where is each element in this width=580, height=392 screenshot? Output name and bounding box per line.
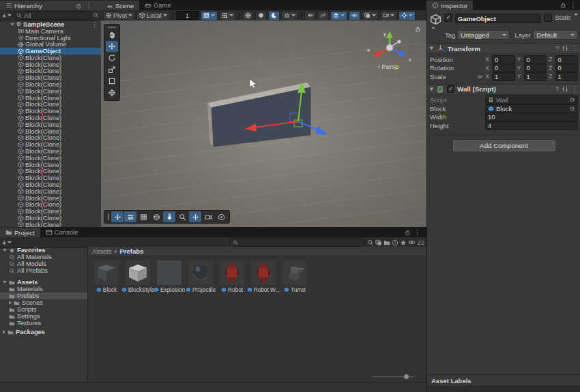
tree-favorites[interactable]: Favorites [0, 247, 87, 254]
tree-prefabs[interactable]: Prefabs [0, 292, 87, 299]
static-checkbox[interactable] [544, 14, 552, 22]
hierarchy-row-block-clone[interactable]: Block(Clone) [0, 74, 101, 81]
tree-all-prefabs[interactable]: All Prefabs [0, 267, 87, 274]
help-icon[interactable]: ? [555, 45, 559, 52]
pan-tool[interactable] [189, 211, 201, 222]
transform-header[interactable]: Transform ? ⋮ [427, 43, 580, 54]
capture-button[interactable] [202, 211, 214, 222]
search-by-package-icon[interactable] [375, 239, 382, 246]
persp-label[interactable]: ‹ Persp [358, 63, 418, 70]
kebab-menu-icon[interactable]: ⋮ [91, 21, 101, 28]
overlay-drag-handle[interactable] [108, 27, 116, 28]
tab-game[interactable]: Game [139, 0, 177, 10]
tree-all-materials[interactable]: All Materials [0, 254, 87, 260]
search-filter-icon[interactable] [93, 12, 99, 18]
add-component-button[interactable]: Add Component [453, 140, 555, 151]
block-field[interactable]: Block [485, 104, 578, 113]
script-field[interactable]: Wall [485, 95, 578, 104]
orientation-gizmo[interactable]: yxz ‹ Persp [358, 22, 424, 74]
hierarchy-row-block-clone[interactable]: Block(Clone) [0, 102, 101, 108]
gizmos-dropdown[interactable] [398, 11, 416, 20]
scale-x-field[interactable]: 1 [492, 72, 514, 81]
foldout-caret[interactable] [9, 301, 12, 305]
create-button[interactable]: + [2, 12, 6, 19]
compass-button[interactable] [215, 211, 227, 222]
object-picker-icon[interactable] [569, 106, 575, 112]
static-dropdown-caret[interactable] [574, 14, 578, 16]
hierarchy-row-block-clone[interactable]: Block(Clone) [0, 175, 101, 181]
thumbnail-size-slider[interactable] [372, 376, 414, 377]
component-enabled-checkbox[interactable]: ✓ [447, 85, 454, 93]
rotate-tool[interactable] [106, 52, 118, 63]
overlays-toggle[interactable] [124, 211, 136, 222]
foldout-caret[interactable] [10, 23, 14, 26]
asset-item-blockstyle[interactable]: BlockStyle [124, 260, 152, 293]
presets-icon[interactable] [562, 45, 568, 52]
layer-dropdown[interactable]: Default [533, 30, 578, 40]
orbit-tool[interactable] [111, 211, 124, 222]
foldout-caret[interactable] [430, 47, 434, 50]
search-importlog-icon[interactable] [392, 239, 398, 246]
layers-visibility-dropdown[interactable] [330, 11, 347, 20]
help-icon[interactable]: ? [555, 86, 559, 93]
hierarchy-row-gameobject[interactable]: GameObject [0, 48, 101, 55]
height-field[interactable]: 4 [485, 121, 578, 130]
scale-z-field[interactable]: 1 [555, 72, 578, 81]
object-picker-icon[interactable] [569, 97, 575, 103]
hierarchy-row-block-clone[interactable]: Block(Clone) [0, 88, 101, 95]
asset-item-projectile[interactable]: Projectile [186, 260, 215, 293]
scale-y-field[interactable]: 1 [524, 72, 547, 81]
scale-tool[interactable] [106, 64, 118, 75]
rotation-z-field[interactable]: 0 [555, 63, 578, 72]
hierarchy-row-block-clone[interactable]: Block(Clone) [0, 202, 101, 209]
shaded-sphere-button[interactable] [150, 211, 162, 222]
audio-mute-toggle[interactable] [304, 11, 316, 20]
kebab-menu-icon[interactable]: ⋮ [571, 45, 578, 52]
snap-settings-dropdown[interactable] [219, 11, 236, 20]
asset-labels-header[interactable]: Asset Labels [427, 375, 580, 387]
hierarchy-row-block-clone[interactable]: Block(Clone) [0, 188, 101, 195]
lock-icon[interactable] [405, 229, 411, 235]
presets-icon[interactable] [562, 86, 568, 93]
view-hand-tool[interactable] [106, 29, 118, 40]
overlay-drag-handle[interactable] [108, 213, 109, 220]
hierarchy-row-block-clone[interactable]: Block(Clone) [0, 208, 101, 215]
tree-assets[interactable]: Assets [0, 279, 87, 286]
hidden-packages-eye-icon[interactable] [408, 239, 416, 246]
shaded-mode-button[interactable] [255, 11, 267, 20]
scene-debug-dropdown[interactable] [281, 11, 298, 20]
create-dropdown-caret[interactable] [8, 241, 12, 243]
tree-packages[interactable]: Packages [0, 329, 87, 335]
rotation-x-field[interactable]: 0 [492, 63, 514, 72]
foldout-caret[interactable] [3, 281, 7, 284]
zoom-tool[interactable] [176, 211, 188, 222]
hierarchy-row-samplescene[interactable]: SampleScene⋮ [0, 21, 101, 28]
link-scale-icon[interactable] [477, 74, 483, 80]
hierarchy-row-block-clone[interactable]: Block(Clone) [0, 135, 101, 142]
asset-item-robot-w-[interactable]: Robot W... [249, 260, 278, 293]
tree-scenes[interactable]: Scenes [0, 299, 87, 306]
hierarchy-row-block-clone[interactable]: Block(Clone) [0, 55, 101, 61]
hierarchy-row-block-clone[interactable]: Block(Clone) [0, 162, 101, 168]
asset-item-turret[interactable]: Turret [280, 260, 309, 293]
width-field[interactable]: 10 [485, 112, 578, 121]
search-by-label-icon[interactable] [383, 239, 390, 246]
asset-item-explosion[interactable]: Explosion [155, 260, 184, 293]
asset-item-block[interactable]: Block [92, 260, 121, 293]
hierarchy-row-block-clone[interactable]: Block(Clone) [0, 155, 101, 162]
hierarchy-row-main-camera[interactable]: Main Camera [0, 28, 101, 35]
position-x-field[interactable]: 0 [492, 55, 514, 64]
hierarchy-search-input[interactable]: All [13, 11, 91, 20]
foldout-caret[interactable] [430, 87, 434, 91]
handle-orientation-dropdown[interactable]: Local [136, 11, 170, 20]
gizmo-drag-handle[interactable] [360, 23, 369, 25]
camera-settings-dropdown[interactable] [380, 11, 397, 20]
hierarchy-row-block-clone[interactable]: Block(Clone) [0, 108, 101, 115]
hierarchy-row-block-clone[interactable]: Block(Clone) [0, 141, 101, 148]
view-options-button[interactable] [163, 211, 175, 222]
hierarchy-row-block-clone[interactable]: Block(Clone) [0, 121, 101, 128]
tab-inspector[interactable]: Inspector [426, 0, 473, 10]
search-by-type-icon[interactable] [367, 239, 374, 246]
lock-icon[interactable] [560, 2, 566, 8]
snap-increment-field[interactable]: 1 [176, 11, 199, 20]
